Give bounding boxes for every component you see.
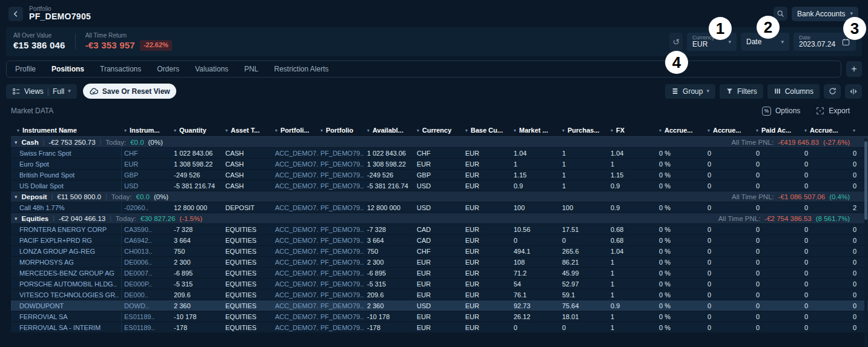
column-menu-icon[interactable]: ▾ <box>659 124 661 136</box>
table-row[interactable]: FRONTERA ENERGY CORPCA3590..-7 328EQUITI… <box>11 224 868 235</box>
cell-acct[interactable]: ACC_DEMO7.. <box>273 180 318 191</box>
column-menu-icon[interactable]: ▾ <box>611 124 613 136</box>
column-header-currency[interactable]: ▾Currency <box>414 124 463 136</box>
column-header-quantity[interactable]: ▾Quantity <box>171 124 223 136</box>
cell-acct[interactable]: ACC_DEMO7.. <box>273 311 318 322</box>
cell-acct[interactable]: ACC_DEMO7.. <box>273 202 318 213</box>
filters-button[interactable]: Filters <box>720 84 763 99</box>
column-menu-icon[interactable]: ▾ <box>514 124 516 136</box>
cell-name[interactable]: MERCEDES-BENZ GROUP AG <box>11 268 122 278</box>
table-row[interactable]: VITESCO TECHNOLOGIES GR..DE000..209.6EQU… <box>11 289 868 300</box>
column-menu-icon[interactable]: ▾ <box>465 124 468 136</box>
column-menu-icon[interactable]: ▾ <box>17 124 19 136</box>
cell-name[interactable]: British Pound Spot <box>11 170 122 180</box>
column-header-instrum[interactable]: ▾Instrum... <box>122 124 171 136</box>
table-row[interactable]: FERROVIAL SA - INTERIMES01189..-178EQUIT… <box>11 322 868 333</box>
column-header-accrue[interactable]: ▾Accrue... <box>802 124 850 136</box>
table-row[interactable]: LONZA GROUP AG-REGCH0013..750EQUITIESACC… <box>11 246 868 257</box>
column-header-extra[interactable]: ▾ <box>850 124 868 136</box>
cell-name[interactable]: DOWDUPONT <box>11 300 122 311</box>
panel-toggle-button[interactable] <box>845 84 862 99</box>
cell-pf[interactable]: PF_DEMO79.. <box>318 257 365 267</box>
column-header-fx[interactable]: ▾FX <box>608 124 657 136</box>
group-collapse-icon[interactable]: ▾ <box>15 137 18 148</box>
column-header-market[interactable]: ▾Market ... <box>511 124 560 136</box>
cell-pf[interactable]: PF_DEMO79.. <box>318 322 365 332</box>
cell-pf[interactable]: PF_DEMO79.. <box>318 180 365 191</box>
cell-pf[interactable]: PF_DEMO79.. <box>318 202 365 213</box>
column-menu-icon[interactable]: ▾ <box>707 124 710 136</box>
column-header-purchas[interactable]: ▾Purchas... <box>560 124 608 136</box>
cell-name[interactable]: LONZA GROUP AG-REG <box>11 246 122 256</box>
back-button[interactable] <box>8 7 23 21</box>
table-row[interactable]: PORSCHE AUTOMOBIL HLDG..DE000P..-5 315EQ… <box>11 279 868 289</box>
cell-acct[interactable]: ACC_DEMO7.. <box>273 257 318 267</box>
cell-name[interactable]: PACIF EXPLR+PRD RG <box>11 235 122 245</box>
tab-restriction-alerts[interactable]: Restriction Alerts <box>274 65 328 73</box>
cell-acct[interactable]: ACC_DEMO7.. <box>273 148 318 158</box>
tab-positions[interactable]: Positions <box>51 65 84 73</box>
group-row-deposit[interactable]: ▾Deposit|€11 500 800.0|Today:€0.0(0%)All… <box>11 191 868 202</box>
views-dropdown[interactable]: Views | Full ▾ <box>6 84 77 99</box>
add-tab-button[interactable]: + <box>846 61 862 77</box>
scrollbar-thumb[interactable] <box>864 141 867 220</box>
group-row-cash[interactable]: ▾Cash|-€2 753 250.73|Today:€0.0(0%)All T… <box>11 137 868 148</box>
cell-name[interactable]: US Dollar Spot <box>11 180 122 191</box>
cell-pf[interactable]: PF_DEMO79.. <box>318 148 365 158</box>
table-row[interactable]: British Pound SpotGBP-249 526CASHACC_DEM… <box>11 170 868 180</box>
column-menu-icon[interactable]: ▾ <box>367 124 369 136</box>
cell-acct[interactable]: ACC_DEMO7.. <box>273 322 318 332</box>
group-collapse-icon[interactable]: ▾ <box>15 191 18 202</box>
table-row[interactable]: MORPHOSYS AGDE0006..2 300EQUITIESACC_DEM… <box>11 257 868 268</box>
column-menu-icon[interactable]: ▾ <box>756 124 758 136</box>
table-row[interactable]: PACIF EXPLR+PRD RGCA6942..3 664EQUITIESA… <box>11 235 868 246</box>
column-menu-icon[interactable]: ▾ <box>225 124 228 136</box>
group-collapse-icon[interactable]: ▾ <box>15 213 18 224</box>
refresh-button[interactable] <box>824 84 841 99</box>
table-row[interactable]: DOWDUPONTDOWD..2 360EQUITIESACC_DEMO7..P… <box>11 300 868 311</box>
cell-acct[interactable]: ACC_DEMO7.. <box>273 279 318 289</box>
column-menu-icon[interactable]: ▾ <box>562 124 565 136</box>
cell-pf[interactable]: PF_DEMO79.. <box>318 279 365 289</box>
cell-pf[interactable]: PF_DEMO79.. <box>318 224 365 234</box>
cell-name[interactable]: Swiss Franc Spot <box>11 148 122 158</box>
cell-acct[interactable]: ACC_DEMO7.. <box>273 235 318 245</box>
table-row[interactable]: MERCEDES-BENZ GROUP AGDE0007..-6 895EQUI… <box>11 268 868 279</box>
cell-pf[interactable]: PF_DEMO79.. <box>318 170 365 180</box>
table-row[interactable]: US Dollar SpotUSD-5 381 216.74CASHACC_DE… <box>11 180 868 191</box>
cell-acct[interactable]: ACC_DEMO7.. <box>273 289 318 300</box>
cell-name[interactable]: MORPHOSYS AG <box>11 257 122 267</box>
column-header-base-cu[interactable]: ▾Base Cu... <box>463 124 511 136</box>
column-header-portfoli[interactable]: ▾Portfoli... <box>273 124 318 136</box>
cell-pf[interactable]: PF_DEMO79.. <box>318 311 365 322</box>
cell-pf[interactable]: PF_DEMO79.. <box>318 246 365 256</box>
cell-acct[interactable]: ACC_DEMO7.. <box>273 246 318 256</box>
reset-button[interactable]: ↺ <box>669 33 683 51</box>
export-button[interactable]: Export <box>816 107 850 115</box>
tab-valuations[interactable]: Valuations <box>195 65 228 73</box>
group-button[interactable]: Group ▾ <box>665 84 715 99</box>
column-header-accrue[interactable]: ▾Accrue... <box>657 124 705 136</box>
column-menu-icon[interactable]: ▾ <box>124 124 127 136</box>
cell-name[interactable]: Euro Spot <box>11 159 122 169</box>
column-header-portfolio[interactable]: ▾Portfolio <box>318 124 365 136</box>
column-header-accrue[interactable]: ▾Accrue... <box>705 124 754 136</box>
table-row[interactable]: Euro SpotEUR1 308 598.22CASHACC_DEMO7..P… <box>11 159 868 170</box>
column-header-availabl[interactable]: ▾Availabl... <box>365 124 414 136</box>
tab-profile[interactable]: Profile <box>15 65 36 73</box>
vertical-scrollbar[interactable] <box>864 139 867 347</box>
column-header-instrument-name[interactable]: ▾Instrument Name <box>11 124 122 136</box>
cell-pf[interactable]: PF_DEMO79.. <box>318 159 365 169</box>
tab-pnl[interactable]: PNL <box>244 65 258 73</box>
cell-pf[interactable]: PF_DEMO79.. <box>318 268 365 278</box>
tab-transactions[interactable]: Transactions <box>100 65 141 73</box>
cell-pf[interactable]: PF_DEMO79.. <box>318 289 365 300</box>
columns-button[interactable]: Columns <box>767 84 820 99</box>
column-menu-icon[interactable]: ▾ <box>320 124 323 136</box>
column-menu-icon[interactable]: ▾ <box>853 124 855 136</box>
table-row[interactable]: FERROVIAL SAES01189..-10 178EQUITIESACC_… <box>11 311 868 322</box>
cell-pf[interactable]: PF_DEMO79.. <box>318 235 365 245</box>
cell-name[interactable]: FRONTERA ENERGY CORP <box>11 224 122 234</box>
column-header-paid-ac[interactable]: ▾Paid Ac... <box>754 124 802 136</box>
column-menu-icon[interactable]: ▾ <box>804 124 807 136</box>
